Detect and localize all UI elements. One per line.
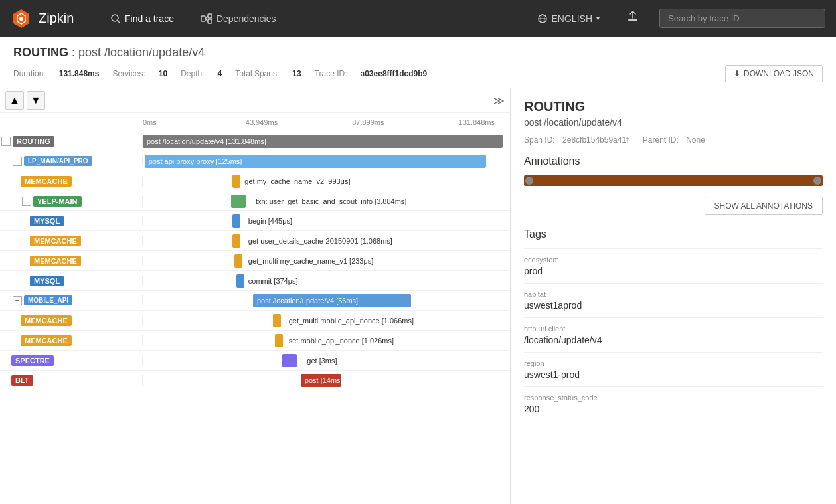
service-badge-routing: ROUTING (13, 136, 54, 147)
collapse-routing-button[interactable]: − (1, 137, 11, 146)
span-bar-memcache5[interactable] (275, 334, 283, 347)
tag-row-region: region uswest1-prod (524, 352, 823, 386)
collapse-yelp-main-button[interactable]: − (22, 197, 31, 206)
span-bar-cell-memcache4[interactable]: get_multi mobile_api_nonce [1.066ms] (143, 311, 510, 330)
span-row-routing[interactable]: − ROUTING post /location/update/v4 [131.… (0, 131, 510, 151)
dependencies-nav[interactable]: Dependencies (194, 9, 283, 28)
span-bar-memcache3[interactable] (234, 254, 242, 268)
annotation-dot-left (525, 177, 533, 185)
span-row-blt[interactable]: BLT post [14ms] (0, 371, 510, 390)
expand-all-button[interactable]: ▼ (27, 91, 45, 110)
logo-area[interactable]: Zipkin (11, 8, 90, 29)
collapse-all-button[interactable]: ▲ (5, 91, 24, 110)
collapse-lp-main-button[interactable]: − (13, 157, 22, 166)
span-bar-blt[interactable]: post [14ms] (301, 374, 341, 387)
svg-rect-13 (628, 19, 637, 21)
trace-title-colon: : (72, 46, 78, 59)
spans-container: − ROUTING post /location/update/v4 [131.… (0, 131, 510, 504)
span-bar-cell-yelp-main[interactable]: txn: user_get_basic_and_scout_info [3.88… (143, 191, 510, 210)
span-bar-cell-memcache2[interactable]: get user_details_cache-20150901 [1.068ms… (143, 231, 510, 250)
search-input[interactable] (659, 9, 825, 28)
span-bar-yelp-main[interactable] (231, 195, 246, 208)
span-row-spectre[interactable]: SPECTRE get [3ms] (0, 351, 510, 371)
service-cell-memcache1: MEMCACHE (0, 176, 143, 187)
trace-title: ROUTING : post /location/update/v4 (13, 46, 823, 60)
annotation-bar (524, 175, 823, 186)
download-icon: ⬇ (734, 69, 740, 78)
span-bar-cell-lp-main[interactable]: post api proxy proxy [125ms] (143, 151, 510, 171)
tags-title: Tags (524, 228, 823, 240)
span-row-memcache2[interactable]: MEMCACHE get user_details_cache-20150901… (0, 231, 510, 251)
time-mark-2: 87.899ms (352, 118, 384, 126)
span-bar-cell-memcache3[interactable]: get_multi my_cache_name_v1 [233μs] (143, 251, 510, 270)
timeline-panel: ▲ ▼ ≫ 0ms 43.949ms 87.899ms 131.848ms − … (0, 88, 511, 504)
span-bar-memcache1[interactable] (232, 175, 240, 188)
time-markers: 0ms 43.949ms 87.899ms 131.848ms (143, 113, 510, 131)
svg-point-2 (19, 17, 23, 21)
span-label-mysql1: begin [445μs] (246, 217, 292, 225)
time-mark-0: 0ms (143, 118, 157, 126)
timeline-controls: ▲ ▼ ≫ (0, 88, 510, 113)
span-bar-cell-memcache5[interactable]: set mobile_api_nonce [1.026ms] (143, 331, 510, 350)
span-row-memcache4[interactable]: MEMCACHE get_multi mobile_api_nonce [1.0… (0, 311, 510, 331)
total-spans-value: 13 (292, 69, 301, 78)
detail-service-name: ROUTING (524, 99, 823, 114)
show-annotations-button[interactable]: SHOW ALL ANNOTATIONS (705, 197, 823, 215)
app-name: Zipkin (39, 11, 74, 26)
span-label-yelp-main: txn: user_get_basic_and_scout_info [3.88… (253, 197, 406, 205)
svg-rect-5 (201, 16, 205, 21)
annotation-dot-right (813, 177, 821, 185)
service-badge-memcache2: MEMCACHE (30, 236, 81, 246)
collapse-mobile-api-button[interactable]: − (13, 296, 22, 305)
span-bar-cell-routing[interactable]: post /location/update/v4 [131.848ms] (143, 131, 510, 151)
tag-value-region: uswest1-prod (524, 369, 823, 380)
span-bar-cell-memcache1[interactable]: get my_cache_name_v2 [993μs] (143, 171, 510, 191)
find-trace-nav[interactable]: Find a trace (104, 9, 181, 28)
duration-label: Duration: (13, 69, 46, 78)
service-badge-mysql2: MYSQL (30, 276, 64, 286)
span-bar-cell-mobile-api[interactable]: post /location/update/v4 [56ms] (143, 291, 510, 310)
download-btn-label: DOWNLOAD JSON (744, 69, 814, 78)
span-row-mysql1[interactable]: MYSQL begin [445μs] (0, 211, 510, 231)
tag-value-http-uri: /location/update/v4 (524, 335, 823, 345)
span-bar-cell-mysql2[interactable]: commit [374μs] (143, 271, 510, 290)
service-cell-yelp-main: − YELP-MAIN (0, 196, 143, 207)
span-row-memcache5[interactable]: MEMCACHE set mobile_api_nonce [1.026ms] (0, 331, 510, 351)
service-cell-memcache4: MEMCACHE (0, 315, 143, 326)
span-row-memcache1[interactable]: MEMCACHE get my_cache_name_v2 [993μs] (0, 171, 510, 191)
span-bar-cell-spectre[interactable]: get [3ms] (143, 351, 510, 370)
span-bar-routing[interactable]: post /location/update/v4 [131.848ms] (143, 135, 503, 148)
zipkin-logo-icon (11, 8, 32, 29)
span-bar-memcache2[interactable] (232, 234, 240, 248)
span-bar-mobile-api[interactable]: post /location/update/v4 [56ms] (253, 294, 411, 307)
search-icon (110, 13, 121, 24)
dependencies-label: Dependencies (216, 13, 276, 24)
span-id-value: 2e8cfb154b59a41f (562, 135, 628, 145)
span-row-mysql2[interactable]: MYSQL commit [374μs] (0, 271, 510, 291)
upload-button[interactable] (620, 6, 646, 31)
tag-key-habitat: habitat (524, 290, 823, 298)
span-bar-cell-mysql1[interactable]: begin [445μs] (143, 211, 510, 230)
language-selector[interactable]: ENGLISH ▾ (531, 9, 606, 28)
service-cell-mobile-api: − MOBILE_API (0, 295, 143, 305)
service-cell-memcache2: MEMCACHE (0, 236, 143, 246)
span-row-memcache3[interactable]: MEMCACHE get_multi my_cache_name_v1 [233… (0, 251, 510, 271)
span-bar-mysql2[interactable] (236, 274, 244, 288)
span-bar-spectre[interactable] (282, 354, 297, 367)
span-bar-mysql1[interactable] (232, 214, 240, 228)
span-row-lp-main[interactable]: − LP_MAIN/API_PRO post api proxy proxy [… (0, 151, 510, 171)
span-row-yelp-main[interactable]: − YELP-MAIN txn: user_get_basic_and_scou… (0, 191, 510, 211)
span-bar-memcache4[interactable] (273, 314, 281, 327)
dependencies-icon (201, 13, 212, 24)
service-badge-mobile-api: MOBILE_API (24, 295, 72, 305)
service-badge-lp-main: LP_MAIN/API_PRO (24, 156, 92, 166)
service-cell-mysql1: MYSQL (0, 216, 143, 226)
download-json-button[interactable]: ⬇ DOWNLOAD JSON (725, 65, 823, 82)
depth-value: 4 (218, 69, 222, 78)
span-bar-cell-blt[interactable]: post [14ms] (143, 371, 510, 390)
span-bar-lp-main[interactable]: post api proxy proxy [125ms] (145, 155, 486, 168)
expand-panel-icon[interactable]: ≫ (493, 94, 505, 107)
tag-key-ecosystem: ecosystem (524, 256, 823, 264)
span-row-mobile-api[interactable]: − MOBILE_API post /location/update/v4 [5… (0, 291, 510, 311)
service-cell-memcache3: MEMCACHE (0, 256, 143, 266)
